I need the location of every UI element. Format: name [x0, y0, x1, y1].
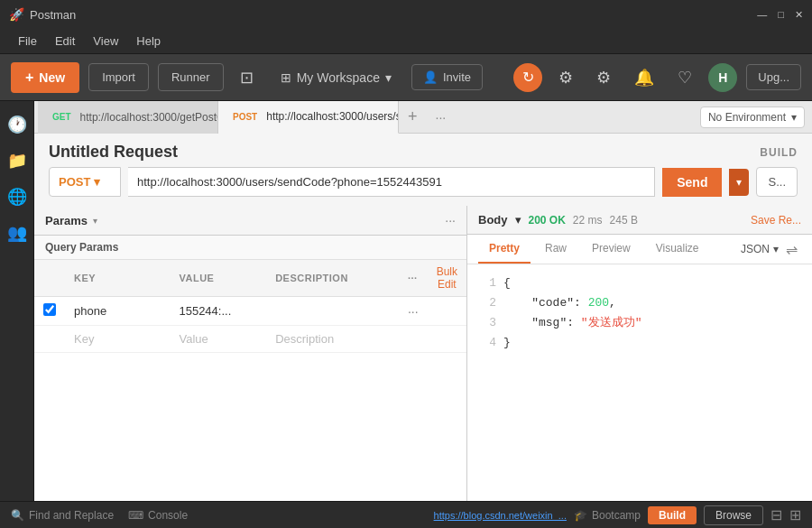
- params-more-button[interactable]: ···: [445, 213, 456, 227]
- environment-label: No Environment: [708, 111, 786, 124]
- bulk-edit-button[interactable]: Bulk Edit: [437, 265, 457, 291]
- empty-extra: [428, 326, 466, 353]
- param-key[interactable]: phone: [65, 297, 170, 326]
- settings-button[interactable]: ⚙: [589, 64, 618, 91]
- tabs-right: No Environment ▾: [700, 107, 812, 128]
- resp-tab-raw[interactable]: Raw: [534, 235, 577, 264]
- method-selector[interactable]: POST ▾: [49, 167, 121, 197]
- menu-edit[interactable]: Edit: [46, 32, 84, 50]
- workspace-selector[interactable]: ⊞ My Workspace ▾: [270, 65, 402, 90]
- json-key-msg: "msg": "发送成功": [503, 313, 641, 333]
- tab-1[interactable]: POST http://localhost:3000/users/se...: [218, 101, 399, 134]
- tab-1-url: http://localhost:3000/users/se...: [266, 110, 399, 123]
- tab-add-button[interactable]: +: [399, 101, 427, 134]
- resp-tab-visualize[interactable]: Visualize: [645, 235, 710, 264]
- runner-button[interactable]: Runner: [158, 63, 224, 91]
- avatar-button[interactable]: H: [708, 63, 737, 92]
- format-arrow-icon: ▾: [773, 243, 779, 255]
- window-controls: — □ ✕: [757, 9, 803, 21]
- json-line-3: 3 "msg": "发送成功": [478, 313, 801, 333]
- new-label: New: [39, 70, 65, 85]
- api-button[interactable]: ⚙: [551, 64, 580, 91]
- empty-checkbox-cell: [34, 326, 65, 353]
- col-checkbox: [34, 260, 65, 297]
- invite-person-icon: 👤: [423, 70, 438, 84]
- environment-arrow-icon: ▾: [791, 111, 797, 124]
- new-button[interactable]: + New: [11, 62, 79, 93]
- empty-key[interactable]: Key: [65, 326, 170, 353]
- sidebar-history[interactable]: 🕐: [3, 110, 32, 139]
- resp-tab-pretty[interactable]: Pretty: [478, 235, 531, 264]
- url-preview[interactable]: https://blog.csdn.net/weixin_...: [434, 510, 567, 521]
- app-title: Postman: [30, 8, 757, 22]
- table-row-empty: Key Value Description: [34, 326, 466, 353]
- close-button[interactable]: ✕: [795, 9, 803, 21]
- sidebar: 🕐 📁 🌐 👥: [0, 101, 34, 501]
- app-icon: 🚀: [9, 7, 24, 22]
- environment-selector[interactable]: No Environment ▾: [700, 107, 805, 128]
- build-tab-button[interactable]: Build: [648, 506, 697, 524]
- response-tabs: Pretty Raw Preview Visualize JSON ▾ ⇌: [467, 235, 812, 264]
- method-arrow-icon: ▾: [94, 175, 100, 189]
- import-button[interactable]: Import: [88, 63, 149, 91]
- empty-value[interactable]: Value: [170, 326, 266, 353]
- request-header: Untitled Request BUILD: [34, 134, 812, 167]
- tab-more-button[interactable]: ···: [427, 101, 456, 134]
- method-label: POST: [59, 175, 90, 189]
- bootcamp-label: Bootcamp: [592, 509, 641, 522]
- split-view-icon[interactable]: ⊟: [770, 506, 782, 523]
- params-title: Params: [45, 214, 88, 227]
- menu-view[interactable]: View: [84, 32, 127, 50]
- bootcamp-icon: 🎓: [574, 509, 587, 522]
- find-replace-icon: 🔍: [11, 509, 24, 522]
- status-bar: 🔍 Find and Replace ⌨ Console https://blo…: [0, 501, 812, 528]
- params-arrow-icon[interactable]: ▾: [93, 216, 97, 226]
- tab-0[interactable]: GET http://localhost:3000/getPostC...: [38, 101, 218, 134]
- empty-description[interactable]: Description: [266, 326, 399, 353]
- maximize-button[interactable]: □: [778, 9, 784, 21]
- heart-button[interactable]: ♡: [670, 64, 699, 91]
- notifications-button[interactable]: 🔔: [627, 64, 661, 91]
- send-dropdown-button[interactable]: ▾: [729, 169, 749, 196]
- save-button[interactable]: S...: [756, 167, 798, 197]
- json-key-code: "code": 200,: [503, 293, 616, 313]
- response-title: Body: [478, 213, 508, 227]
- json-close-brace: }: [503, 333, 511, 353]
- param-more-icon: ···: [408, 304, 419, 319]
- invite-button[interactable]: 👤 Invite: [411, 64, 483, 90]
- layout-icon[interactable]: ⊞: [789, 506, 801, 523]
- invite-label: Invite: [443, 70, 471, 84]
- wrap-button[interactable]: ⇌: [782, 237, 801, 262]
- menu-file[interactable]: File: [9, 32, 46, 50]
- row-checkbox-cell[interactable]: [34, 297, 65, 326]
- params-table: KEY VALUE DESCRIPTION ··· Bulk Edit: [34, 260, 466, 353]
- query-params-label: Query Params: [34, 236, 466, 260]
- sidebar-collections[interactable]: 📁: [3, 146, 32, 175]
- workspace-grid-icon: ⊞: [281, 70, 291, 85]
- json-line-2: 2 "code": 200,: [478, 293, 801, 313]
- send-button[interactable]: Send: [662, 168, 722, 197]
- sidebar-team[interactable]: 👥: [3, 218, 32, 247]
- sync-button[interactable]: ↻: [513, 63, 542, 92]
- browse-tab-button[interactable]: Browse: [704, 505, 763, 525]
- console-item[interactable]: ⌨ Console: [128, 509, 188, 522]
- param-more[interactable]: ···: [399, 297, 428, 326]
- sidebar-environments[interactable]: 🌐: [3, 182, 32, 211]
- menu-help[interactable]: Help: [127, 32, 170, 50]
- url-input[interactable]: [128, 167, 655, 197]
- status-badge: 200 OK: [529, 214, 566, 227]
- capture-button[interactable]: ⊡: [233, 64, 261, 91]
- status-right: https://blog.csdn.net/weixin_... 🎓 Bootc…: [434, 505, 801, 525]
- minimize-button[interactable]: —: [757, 9, 767, 21]
- upgrade-button[interactable]: Upg...: [746, 64, 801, 90]
- param-value[interactable]: 155244:...: [170, 297, 266, 326]
- row-checkbox[interactable]: [43, 303, 56, 316]
- find-replace-label: Find and Replace: [29, 509, 114, 522]
- workspace-label: My Workspace: [297, 70, 380, 85]
- resp-tab-preview[interactable]: Preview: [581, 235, 641, 264]
- bootcamp-item[interactable]: 🎓 Bootcamp: [574, 509, 641, 522]
- response-arrow-icon[interactable]: ▾: [515, 213, 521, 227]
- find-replace-item[interactable]: 🔍 Find and Replace: [11, 509, 114, 522]
- format-selector[interactable]: JSON ▾: [741, 243, 779, 255]
- save-response-button[interactable]: Save Re...: [751, 214, 801, 227]
